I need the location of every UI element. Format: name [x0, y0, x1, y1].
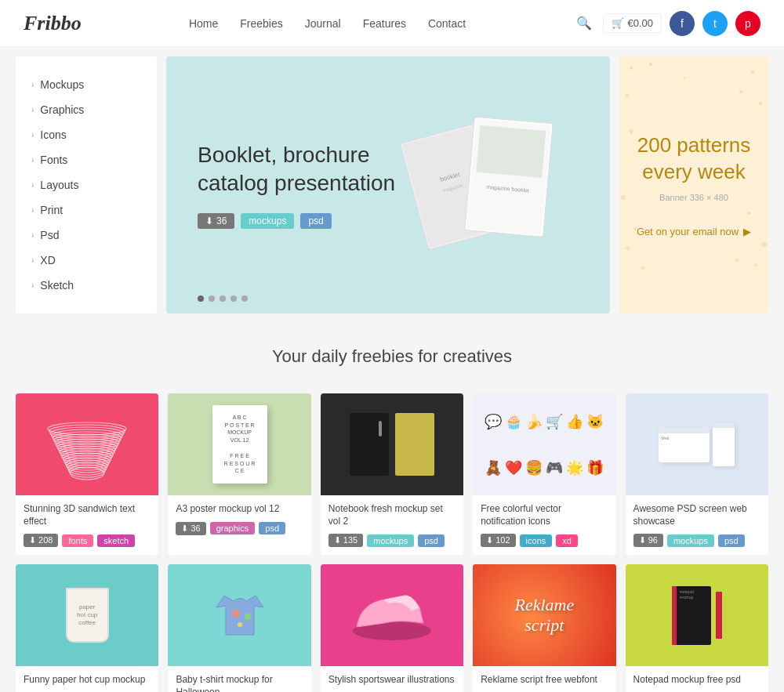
hero-tag-mockups[interactable]: mockups: [241, 213, 294, 229]
card-title: Stylish sportswear illustrations: [328, 674, 456, 687]
card-tags: ⬇ 36 graphicspsd: [176, 522, 303, 535]
sidebar-item-icons[interactable]: › Icons: [16, 122, 157, 147]
card-title: A3 poster mockup vol 12: [176, 503, 303, 516]
sidebar-item-graphics[interactable]: › Graphics: [16, 97, 157, 122]
card-item[interactable]: Web Awesome PSD screen web showcase ⬇ 96…: [626, 393, 768, 555]
card-item[interactable]: Notebook fresh mockup set vol 2 ⬇ 135 mo…: [321, 393, 463, 555]
card-tag[interactable]: mockups: [667, 534, 714, 547]
sidebar-label-graphics: Graphics: [40, 103, 84, 116]
card-image: A B CP O S T E RMOCKUPVOL 12F R E ER E S…: [168, 393, 310, 495]
cart-button[interactable]: 🛒 €0.00: [603, 13, 662, 33]
ad-cta[interactable]: Get on your email now ▶: [637, 226, 751, 237]
pinterest-button[interactable]: p: [735, 11, 760, 36]
card-title: Free colorful vector notification icons: [481, 503, 608, 527]
svg-point-11: [739, 90, 742, 93]
card-tag[interactable]: xd: [556, 534, 578, 547]
card-image: Web: [626, 393, 768, 495]
svg-point-9: [649, 63, 652, 66]
carousel-dot-2[interactable]: [209, 295, 215, 302]
chevron-right-icon: ›: [31, 81, 34, 89]
svg-point-12: [626, 94, 629, 97]
card-tag[interactable]: sketch: [97, 534, 135, 547]
logo[interactable]: Fribbo: [24, 12, 82, 35]
svg-point-10: [751, 71, 754, 74]
chevron-right-icon: ›: [31, 156, 34, 165]
card-title: Funny paper hot cup mockup: [24, 674, 151, 687]
sidebar-item-sketch[interactable]: › Sketch: [16, 273, 157, 298]
card-tag[interactable]: psd: [718, 534, 745, 547]
card-item[interactable]: Baby t-shirt mockup for Halloween ⬇ 208 …: [168, 564, 310, 692]
sidebar: › Mockups › Graphics › Icons › Fonts › L…: [16, 56, 157, 313]
card-body: Notebook fresh mockup set vol 2 ⬇ 135 mo…: [321, 495, 463, 555]
hero-download-count: 36: [216, 216, 227, 226]
card-download-count: ⬇ 208: [24, 534, 58, 547]
download-icon: ⬇: [205, 216, 213, 226]
header-right: 🔍 🛒 €0.00 f t p: [573, 11, 760, 36]
ad-banner: ✦ ✦ ✦ ✦ ✦ 200 patternsevery week Banner …: [619, 56, 768, 313]
svg-point-8: [630, 67, 633, 70]
card-body: Stylish sportswear illustrations ⬇ 36 gr…: [321, 666, 463, 692]
search-icon[interactable]: 🔍: [573, 13, 595, 34]
card-item[interactable]: paperhot cupcoffee Funny paper hot cup m…: [16, 564, 158, 692]
card-body: Funny paper hot cup mockup ⬇ 48 mockupsp…: [16, 666, 158, 692]
svg-point-16: [735, 259, 739, 262]
card-item[interactable]: notepadmockup Notepad mockup free psd ⬇ …: [626, 564, 768, 692]
card-download-count: ⬇ 135: [328, 534, 363, 547]
card-image: [321, 564, 463, 666]
nav-freebies[interactable]: Freebies: [240, 17, 282, 30]
card-tag[interactable]: psd: [259, 522, 285, 534]
cards-grid: Stunning 3D sandwich text effect ⬇ 208 f…: [0, 393, 784, 692]
card-title: Awesome PSD screen web showcase: [633, 503, 760, 527]
carousel-dot-3[interactable]: [220, 295, 226, 302]
sidebar-label-sketch: Sketch: [40, 279, 74, 292]
svg-point-14: [747, 212, 750, 215]
nav-contact[interactable]: Contact: [428, 17, 466, 30]
card-item[interactable]: Reklamescript Reklame script free webfon…: [473, 564, 615, 692]
card-item[interactable]: Stunning 3D sandwich text effect ⬇ 208 f…: [16, 393, 158, 555]
cart-icon: 🛒: [612, 17, 624, 29]
card-item[interactable]: A B CP O S T E RMOCKUPVOL 12F R E ER E S…: [168, 393, 310, 555]
card-download-count: ⬇ 102: [481, 534, 515, 547]
svg-point-18: [762, 242, 767, 247]
facebook-button[interactable]: f: [670, 11, 695, 36]
card-title: Baby t-shirt mockup for Halloween: [176, 674, 303, 692]
card-download-count: ⬇ 96: [633, 534, 663, 547]
card-tag[interactable]: psd: [418, 534, 445, 547]
sidebar-item-layouts[interactable]: › Layouts: [16, 172, 157, 197]
svg-point-47: [238, 622, 242, 627]
carousel-dot-4[interactable]: [230, 295, 237, 302]
card-image: Reklamescript: [473, 564, 615, 666]
svg-text:✦: ✦: [682, 74, 688, 82]
card-tag[interactable]: mockups: [367, 534, 414, 547]
sidebar-item-fonts[interactable]: › Fonts: [16, 147, 157, 172]
sidebar-label-fonts: Fonts: [40, 154, 67, 166]
sidebar-item-print[interactable]: › Print: [16, 197, 157, 223]
carousel-dot-1[interactable]: [198, 295, 204, 302]
sidebar-item-xd[interactable]: › XD: [16, 248, 157, 273]
card-item[interactable]: 💬🧁🍌🛒👍🐱🧸❤️🍔🎮🌟🎁 Free colorful vector notif…: [473, 393, 615, 555]
card-body: Notepad mockup free psd ⬇ 129 mockupspsd: [626, 666, 768, 692]
hero-content: Booklet, brochurecatalog presentation ⬇ …: [198, 141, 395, 230]
card-item[interactable]: Stylish sportswear illustrations ⬇ 36 gr…: [321, 564, 463, 692]
card-tags: ⬇ 135 mockupspsd: [328, 534, 456, 547]
ad-subtitle: Banner 336 × 480: [659, 193, 728, 202]
card-title: Reklame script free webfont: [481, 674, 608, 687]
card-tags: ⬇ 102 iconsxd: [481, 534, 608, 547]
nav-home[interactable]: Home: [189, 17, 218, 30]
hero-tag-psd[interactable]: psd: [300, 213, 331, 229]
nav-features[interactable]: Features: [363, 17, 406, 30]
nav-journal[interactable]: Journal: [305, 17, 341, 30]
carousel-dot-5[interactable]: [241, 295, 248, 302]
card-tag[interactable]: fonts: [62, 534, 93, 547]
card-tag[interactable]: icons: [520, 534, 553, 547]
sidebar-item-psd[interactable]: › Psd: [16, 223, 157, 248]
svg-point-17: [641, 266, 644, 270]
svg-text:✦: ✦: [627, 126, 635, 137]
twitter-button[interactable]: t: [702, 11, 728, 36]
sidebar-item-mockups[interactable]: › Mockups: [16, 72, 157, 97]
svg-rect-6: [476, 125, 546, 178]
card-body: Baby t-shirt mockup for Halloween ⬇ 208 …: [168, 666, 310, 692]
card-tag[interactable]: graphics: [210, 522, 256, 534]
header: Fribbo Home Freebies Journal Features Co…: [0, 0, 784, 47]
card-tags: ⬇ 96 mockupspsd: [633, 534, 760, 547]
